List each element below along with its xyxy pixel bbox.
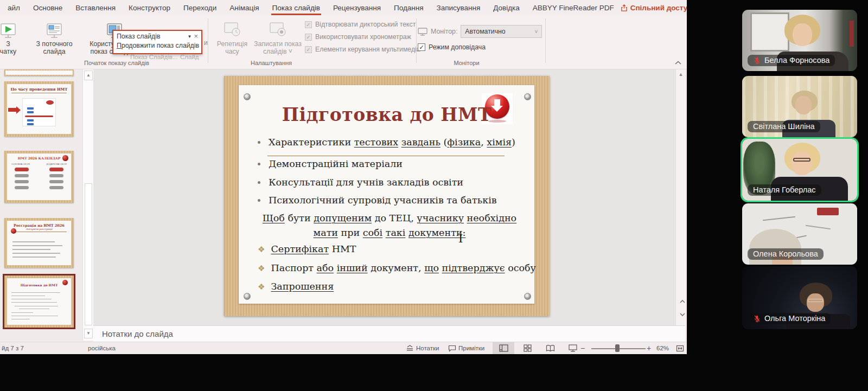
from-current-label-2: слайда (43, 48, 65, 55)
record-slideshow-icon (269, 17, 286, 38)
bullet-dot (258, 181, 260, 184)
participant-tile-1[interactable]: Белла Форносова (742, 10, 857, 71)
gray-pill (15, 174, 29, 177)
slideshow-from-start-icon (0, 17, 16, 38)
zoom-level[interactable]: 62% (656, 342, 669, 354)
tab-animations[interactable]: Анімація (223, 0, 265, 15)
zoom-out-button[interactable]: − (580, 342, 585, 354)
slide-thumbnail-7-selected[interactable]: Підготовка до НМТ (4, 275, 74, 328)
tab-view[interactable]: Подання (387, 0, 430, 15)
from-start-button[interactable]: З чатку (0, 17, 24, 62)
monitor-dropdown[interactable]: Автоматично ˅ (461, 25, 542, 38)
narration-checkbox-row[interactable]: ✓ Відтворювати дикторський текст (305, 21, 416, 28)
scroll-up-icon[interactable]: ▲ (676, 72, 686, 77)
thumbnail-scrollbar[interactable]: ▲ ▼ (82, 69, 93, 341)
slide-title[interactable]: Підготовка до НМТ (224, 104, 550, 125)
popup-close-icon[interactable]: × (194, 34, 198, 39)
normal-view-icon (499, 344, 508, 352)
from-current-label-1: З поточного (36, 40, 72, 48)
previous-slide-icon[interactable] (678, 298, 687, 305)
from-current-button[interactable]: З поточного слайда (27, 17, 81, 62)
rehearse-timings-button[interactable]: Репетиція часу (213, 17, 252, 62)
slide-diamond-bullet[interactable]: ❖Сертифікат НМТ (258, 243, 356, 254)
timings-checkbox-row[interactable]: ✓ Використовувати хронометраж (305, 33, 411, 41)
popup-dropdown-icon[interactable]: ▼ (187, 34, 192, 39)
tab-design[interactable]: Конструктор (122, 0, 177, 15)
slideshow-floating-toolbar[interactable]: Показ слайдів ▼ × Продовжити показ слайд… (112, 30, 202, 54)
tab-help[interactable]: Довідка (487, 0, 526, 15)
share-button[interactable]: Спільний доступ (621, 0, 687, 15)
comments-toggle-label: Примітки (458, 345, 484, 351)
participant-name-tag: Наталя Гоберлас (748, 184, 821, 196)
tab-record[interactable]: Записування (430, 0, 487, 15)
slide-thumbnail-6[interactable]: Реєстрація на НМТ 2026 Алгоритм реєстрац… (4, 218, 74, 268)
view-slide-sorter-button[interactable] (516, 342, 538, 354)
slide-centered-text[interactable]: Щоб бути допущеним до ТЕЦ, учаснику необ… (262, 211, 517, 240)
slide-editor-canvas[interactable]: Підготовка до НМТ Характеристики тестови… (93, 69, 675, 325)
participant-tile-2[interactable]: Світлана Шиліна (742, 76, 857, 137)
tab-transitions[interactable]: Переходи (177, 0, 223, 15)
ribbon: З чатку З поточного слайда Користувацьки… (0, 15, 687, 69)
slideshow-view-icon (569, 344, 577, 352)
presenter-view-checkbox-row[interactable]: ✓ Режим доповідача (418, 43, 486, 51)
slide-thumbnail-5[interactable]: НМТ 2026 КАЛЕНДАР ОСНОВНА СЕСІЯ ДОДАТКОВ… (4, 151, 74, 203)
slide-diamond-bullet[interactable]: ❖Запрошення (258, 281, 334, 292)
notes-toggle-button[interactable]: Нотатки (406, 342, 439, 354)
participant-name: Світлана Шиліна (753, 122, 815, 131)
scroll-down-icon[interactable]: ▼ (84, 329, 93, 338)
view-normal-button[interactable] (493, 342, 514, 354)
participant-tile-3[interactable]: Наталя Гоберлас (742, 139, 857, 201)
zoom-slider-thumb[interactable] (615, 344, 620, 352)
record-slideshow-button[interactable]: Записати показ слайдів ˅ (253, 17, 303, 62)
popup-title: Показ слайдів (117, 33, 161, 40)
scroll-up-icon[interactable]: ▲ (84, 70, 93, 80)
tab-home[interactable]: Основне (27, 0, 69, 15)
slide-thumbnail-partial[interactable] (4, 69, 74, 76)
participant-tile-4[interactable]: Олена Корольова (742, 203, 857, 265)
ribbon-separator (416, 18, 417, 63)
bullet-dot (258, 199, 260, 202)
slide-bullet[interactable]: Психологічний супровід учасників та бать… (258, 195, 497, 206)
diamond-bullet-icon: ❖ (258, 282, 265, 292)
checkbox-checked-icon: ✓ (305, 21, 312, 28)
collapse-ribbon-icon[interactable] (675, 61, 681, 65)
text-line (15, 306, 58, 306)
participant-tile-5[interactable]: Ольга Моторкіна (742, 266, 857, 329)
zoom-in-button[interactable]: + (647, 342, 651, 354)
media-controls-checkbox-row[interactable]: ✓ Елементи керування мультимедіа (305, 46, 420, 53)
tab-abbyy[interactable]: ABBYY FineReader PDF (526, 0, 621, 15)
slide-bullet[interactable]: Демонстраційні матеріали (258, 158, 403, 169)
editor-scrollbar[interactable]: ▲ (675, 69, 685, 325)
fit-slide-to-window-button[interactable] (674, 342, 686, 354)
powerpoint-window: айл Основне Вставлення Конструктор Перех… (0, 0, 687, 354)
current-slide[interactable]: Підготовка до НМТ Характеристики тестови… (224, 76, 550, 316)
slide-diamond-bullet[interactable]: ❖Паспорт або інший документ, що підтверд… (258, 262, 536, 273)
slide-bullet[interactable]: Консультації для учнів закладів освіти (258, 177, 463, 188)
text-line (11, 319, 30, 319)
from-start-label-2: чатку (0, 48, 16, 55)
thumbnail-title: НМТ 2026 КАЛЕНДАР (7, 153, 71, 160)
slide-bullet[interactable]: Характеристики тестових завдань (фізика,… (258, 137, 515, 148)
thumbnail-paper: Підготовка до НМТ (7, 278, 71, 325)
slide-thumbnail-panel: По часу проведення НМТ НМТ 2026 КАЛЕНДАР… (0, 69, 82, 341)
comments-toggle-button[interactable]: Примітки (448, 342, 484, 354)
person-glasses (793, 158, 810, 162)
person-glasses (808, 299, 823, 302)
text-line (11, 316, 58, 316)
tab-slideshow[interactable]: Показ слайдів (266, 0, 327, 15)
person-face (792, 151, 812, 175)
language-indicator[interactable]: російська (88, 342, 116, 354)
scrollbar-thumb[interactable] (85, 183, 92, 325)
tab-file[interactable]: айл (1, 0, 27, 15)
tab-review[interactable]: Рецензування (327, 0, 387, 15)
view-reading-button[interactable] (539, 342, 561, 354)
resume-slideshow-menu-item[interactable]: Продовжити показ слайдів (113, 41, 201, 50)
ribbon-separator (208, 18, 208, 63)
notes-pane[interactable]: Нотатки до слайда (93, 325, 685, 342)
next-slide-icon[interactable] (678, 311, 687, 318)
tab-insert[interactable]: Вставлення (69, 0, 122, 15)
menu-tab-bar: айл Основне Вставлення Конструктор Перех… (0, 0, 687, 15)
slide-thumbnail-4[interactable]: По часу проведення НМТ (4, 81, 74, 137)
gray-pill (49, 174, 63, 177)
thumbnail-content-box (22, 98, 56, 126)
